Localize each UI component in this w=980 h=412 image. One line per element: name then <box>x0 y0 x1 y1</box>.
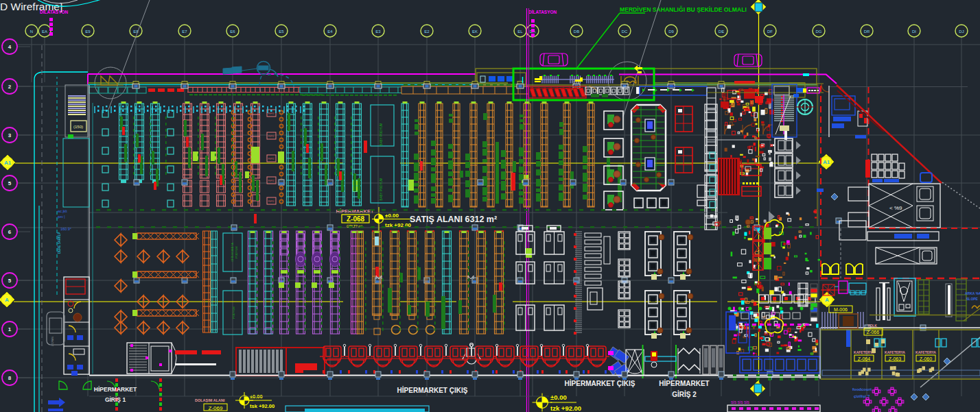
svg-text:2: 2 <box>8 84 12 90</box>
svg-text:M-006: M-006 <box>834 307 848 312</box>
svg-text:5: 5 <box>8 180 12 186</box>
svg-text:E2: E2 <box>424 29 430 34</box>
svg-text:HİPERMARKET: HİPERMARKET <box>659 379 709 387</box>
svg-text:KAFETERYA: KAFETERYA <box>915 350 936 354</box>
svg-text:ARKA %4: ARKA %4 <box>965 291 980 295</box>
svg-text:5: 5 <box>8 278 12 284</box>
svg-text:A1: A1 <box>4 160 12 166</box>
svg-text:E7: E7 <box>182 29 187 34</box>
svg-text:EL: EL <box>517 29 523 34</box>
svg-text:HİPERMARKET ÇIKIŞ: HİPERMARKET ÇIKIŞ <box>565 379 635 387</box>
svg-text:DERE SARKLP: DERE SARKLP <box>58 232 61 254</box>
svg-text:DE: DE <box>719 29 724 34</box>
svg-text:OTOPARK: OTOPARK <box>51 337 54 346</box>
svg-text:BABY PODYUM: BABY PODYUM <box>380 178 383 200</box>
svg-text:PODYUM: PODYUM <box>232 306 235 319</box>
svg-text:PEPSİ: PEPSİ <box>268 157 275 160</box>
svg-text:şev |: şev | <box>58 215 65 219</box>
svg-text:E6: E6 <box>230 29 235 34</box>
svg-text:KAFETERYA: KAFETERYA <box>885 350 905 354</box>
svg-text:Z-060: Z-060 <box>920 356 932 361</box>
svg-text:PEPSİ: PEPSİ <box>268 179 275 182</box>
svg-text:Z-064: Z-064 <box>858 356 870 361</box>
svg-text:GİRİŞ 1: GİRİŞ 1 <box>105 396 126 403</box>
svg-text:BABY PODYUM: BABY PODYUM <box>380 123 383 145</box>
svg-text:3: 3 <box>8 132 12 138</box>
svg-text:160.9°: 160.9° <box>60 227 71 231</box>
svg-text:SLOPE: SLOPE <box>966 297 979 301</box>
svg-text:PODYUM: PODYUM <box>235 246 238 258</box>
svg-text:A1: A1 <box>823 159 830 165</box>
svg-text:wc jklt: wc jklt <box>58 209 67 213</box>
svg-text:HİPERMARKET: HİPERMARKET <box>94 386 137 393</box>
svg-text:±0.00: ±0.00 <box>385 213 399 219</box>
svg-text:E3: E3 <box>375 29 381 34</box>
svg-text:DF: DF <box>767 29 773 34</box>
svg-text:GİRİŞ 2: GİRİŞ 2 <box>672 390 697 398</box>
svg-text:±0.00: ±0.00 <box>250 393 263 400</box>
svg-text:DİLATASYON: DİLATASYON <box>40 10 69 14</box>
svg-text:KAFETERYA: KAFETERYA <box>854 350 874 354</box>
svg-text:E5: E5 <box>279 29 284 34</box>
svg-text:1: 1 <box>8 326 12 332</box>
svg-text:E4: E4 <box>327 29 333 34</box>
svg-text:Z-068: Z-068 <box>347 215 365 223</box>
svg-text:EK: EK <box>472 29 478 34</box>
svg-text:4: 4 <box>8 44 12 50</box>
svg-text:SATIŞ ALANI 6312 m²: SATIŞ ALANI 6312 m² <box>410 215 497 224</box>
svg-text:PEPSİ: PEPSİ <box>268 199 275 203</box>
svg-text:PEPSİ: PEPSİ <box>268 134 275 138</box>
svg-text:SİS SİS SİS: SİS SİS SİS <box>731 400 750 404</box>
svg-text:DB: DB <box>574 29 579 34</box>
svg-text:< %9: < %9 <box>889 205 902 211</box>
svg-text:DOLAŞIM ALANI: DOLAŞIM ALANI <box>195 398 225 402</box>
svg-text:6: 6 <box>8 229 12 235</box>
svg-text:DG: DG <box>816 29 822 34</box>
svg-text:OFİS MOBİLYA: OFİS MOBİLYA <box>231 243 234 262</box>
svg-text:A: A <box>825 297 829 303</box>
svg-text:YOLK: YOLK <box>867 324 877 328</box>
svg-text:HİPERMARKET ÇIKIŞ: HİPERMARKET ÇIKIŞ <box>397 386 468 394</box>
svg-text:N: N <box>30 29 33 34</box>
svg-text:DI: DI <box>912 29 916 34</box>
svg-text:çizilişi ?: çizilişi ? <box>854 394 870 398</box>
svg-text:Z-069: Z-069 <box>209 405 223 411</box>
svg-text:E9: E9 <box>85 29 91 34</box>
svg-text:DR: DR <box>864 29 870 34</box>
svg-text:Z-063: Z-063 <box>889 356 901 361</box>
svg-text:D9: D9 <box>668 29 674 34</box>
svg-text:DC: DC <box>622 29 628 34</box>
svg-text:DJ: DJ <box>959 29 964 34</box>
svg-text:EA: EA <box>42 29 47 34</box>
svg-text:PEPSİ: PEPSİ <box>268 112 275 115</box>
svg-text:foodcourt: foodcourt <box>852 387 872 391</box>
svg-text:tsk +92.00: tsk +92.00 <box>250 403 275 409</box>
svg-text:A: A <box>5 297 9 303</box>
svg-text:tzk +92.00: tzk +92.00 <box>550 404 581 412</box>
svg-text:8: 8 <box>8 375 12 381</box>
svg-text:MERDİVEN SAHANLIĞI BU ŞEKİLDE: MERDİVEN SAHANLIĞI BU ŞEKİLDE OLMALI <box>620 5 747 13</box>
svg-text:DİLATASYON: DİLATASYON <box>528 10 557 14</box>
svg-text:Z-066: Z-066 <box>867 330 879 335</box>
svg-text:(150): (150) <box>73 125 83 129</box>
svg-text:±0.00: ±0.00 <box>550 393 567 401</box>
